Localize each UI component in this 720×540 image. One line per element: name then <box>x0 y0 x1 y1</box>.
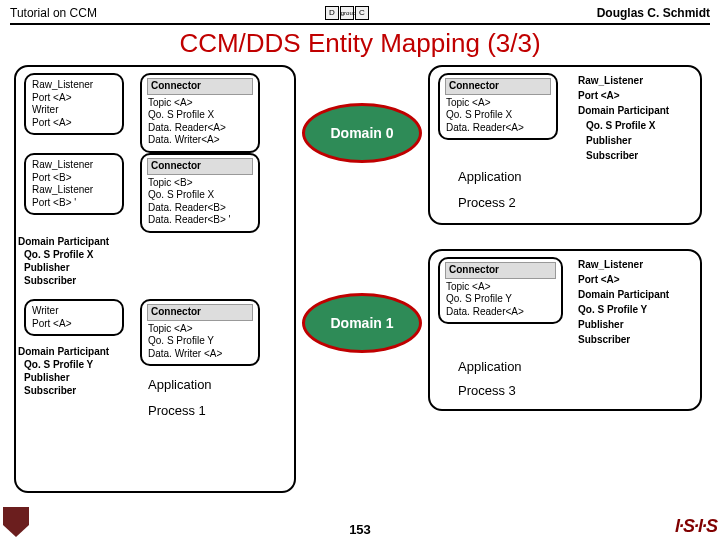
left-domain-participant-x: Domain ParticipantQo. S Profile XPublish… <box>18 235 109 287</box>
doc-logo: DgroupC <box>325 6 369 20</box>
left-card-listener-a: Raw_ListenerPort <A>WriterPort <A> <box>24 73 124 135</box>
header-rule <box>10 23 710 25</box>
page-title: CCM/DDS Entity Mapping (3/3) <box>0 26 720 63</box>
connector-a-reader-y: Connector Topic <A> Qo. S Profile Y Data… <box>438 257 563 324</box>
diagram-canvas: Raw_ListenerPort <A>WriterPort <A> Raw_L… <box>10 63 710 508</box>
domain-0-cloud: Domain 0 <box>302 103 422 163</box>
right-labels-process2: Raw_ListenerPort <A> Domain ParticipantQ… <box>578 73 669 163</box>
footer-logo: l·S·l·S <box>675 516 717 537</box>
connector-a-reader-x: Connector Topic <A> Qo. S Profile X Data… <box>438 73 558 140</box>
process-1-label: Process 1 <box>148 403 206 418</box>
page-number: 153 <box>0 522 720 537</box>
process-3-label: Process 3 <box>458 383 516 398</box>
header-right: Douglas C. Schmidt <box>597 6 710 20</box>
connector-a-rw: Connector Topic <A> Qo. S Profile X Data… <box>140 73 260 153</box>
application-1-label: Application <box>148 377 212 392</box>
header: Tutorial on CCM DgroupC Douglas C. Schmi… <box>0 0 720 22</box>
domain-1-cloud: Domain 1 <box>302 293 422 353</box>
left-card-writer: WriterPort <A> <box>24 299 124 336</box>
application-3-label: Application <box>458 359 522 374</box>
header-left: Tutorial on CCM <box>10 6 97 20</box>
connector-a-writer-y: Connector Topic <A> Qo. S Profile Y Data… <box>140 299 260 366</box>
left-domain-participant-y: Domain ParticipantQo. S Profile YPublish… <box>18 345 109 397</box>
connector-b-readers: Connector Topic <B> Qo. S Profile X Data… <box>140 153 260 233</box>
application-2-label: Application <box>458 169 522 184</box>
process-2-label: Process 2 <box>458 195 516 210</box>
left-card-listener-b: Raw_ListenerPort <B>Raw_ListenerPort <B>… <box>24 153 124 215</box>
right-labels-process3: Raw_ListenerPort <A> Domain Participant … <box>578 257 669 347</box>
